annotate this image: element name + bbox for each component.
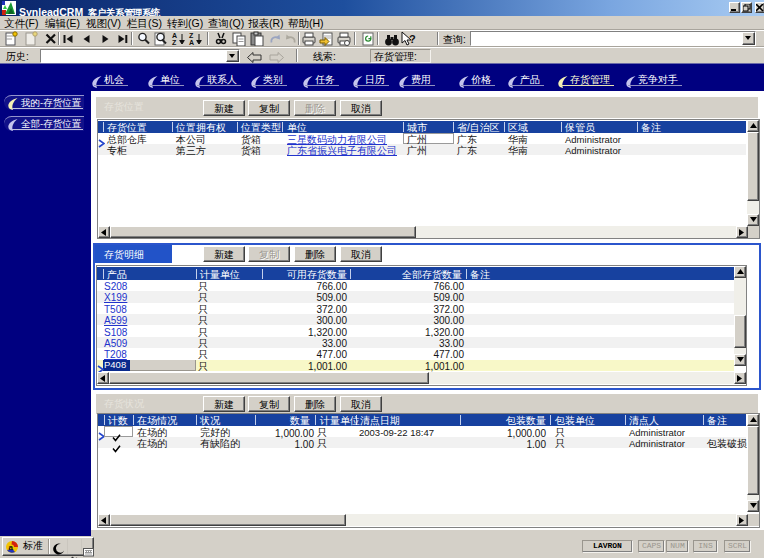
svg-text:A: A xyxy=(172,32,177,39)
svg-text:Z: Z xyxy=(189,32,194,39)
svg-text:Z: Z xyxy=(172,39,177,46)
svg-text:?: ? xyxy=(409,33,416,45)
svg-text:A: A xyxy=(189,39,194,46)
svg-text:a: a xyxy=(9,543,14,552)
